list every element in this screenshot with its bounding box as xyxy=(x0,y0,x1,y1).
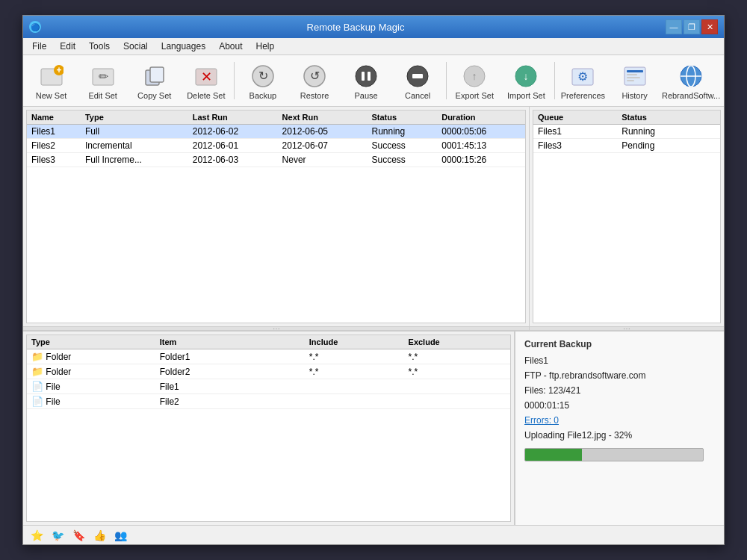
file-include: *.* xyxy=(305,349,404,364)
rebrand-button[interactable]: RebrandSoftw... xyxy=(661,58,721,103)
backup-table-row[interactable]: Files2 Incremental 2012-06-01 2012-06-07… xyxy=(27,139,525,153)
backup-button[interactable]: ↻ Backup xyxy=(238,58,288,103)
file-item: Folder2 xyxy=(155,364,305,379)
svg-rect-14 xyxy=(362,72,365,81)
backup-status: Success xyxy=(368,139,438,153)
menu-languages[interactable]: Languages xyxy=(155,40,211,53)
copy-set-icon xyxy=(141,63,168,90)
backup-table-container[interactable]: Name Type Last Run Next Run Status Durat… xyxy=(26,110,526,323)
progress-bar-background xyxy=(524,448,704,461)
queue-status: Pending xyxy=(617,139,720,153)
menu-tools[interactable]: Tools xyxy=(83,40,116,53)
col-include: Include xyxy=(305,335,404,349)
current-backup-pane: Current Backup Files1 FTP - ftp.rebrands… xyxy=(515,332,724,525)
history-label: History xyxy=(622,91,647,100)
cancel-button[interactable]: Cancel xyxy=(393,58,443,103)
menu-file[interactable]: File xyxy=(26,40,52,53)
col-lastrun: Last Run xyxy=(188,111,278,125)
files-table-row[interactable]: 📄 File File1 xyxy=(27,379,510,394)
backup-type: Full xyxy=(81,125,188,139)
restore-button[interactable]: ↺ Restore xyxy=(289,58,339,103)
preferences-button[interactable]: ⚙ Preferences xyxy=(558,58,608,103)
backup-list-pane: Name Type Last Run Next Run Status Durat… xyxy=(23,107,530,331)
minimize-button[interactable]: — xyxy=(666,19,682,34)
col-nextrun: Next Run xyxy=(278,111,368,125)
menu-social[interactable]: Social xyxy=(117,40,154,53)
file-include: *.* xyxy=(305,364,404,379)
edit-set-button[interactable]: ✏ Edit Set xyxy=(78,58,128,103)
files-table-row[interactable]: 📄 File File2 xyxy=(27,394,510,409)
import-set-icon: ↓ xyxy=(512,63,539,90)
delete-set-icon: ✕ xyxy=(193,63,220,90)
menu-help[interactable]: Help xyxy=(249,40,280,53)
main-area: Name Type Last Run Next Run Status Durat… xyxy=(23,107,724,525)
backup-duration: 0000:15:26 xyxy=(437,153,525,167)
pause-button[interactable]: Pause xyxy=(341,58,391,103)
cancel-label: Cancel xyxy=(405,91,430,100)
social-icon-group[interactable]: 👥 xyxy=(113,528,128,543)
backup-lastrun: 2012-06-03 xyxy=(188,153,278,167)
col-exclude: Exclude xyxy=(404,335,510,349)
svg-rect-6 xyxy=(150,67,164,82)
backup-duration: 0001:45:13 xyxy=(437,139,525,153)
backup-type: Incremental xyxy=(81,139,188,153)
app-icon: 🔵 xyxy=(29,21,41,33)
file-exclude xyxy=(404,379,510,394)
export-set-button[interactable]: ↑ Export Set xyxy=(450,58,500,103)
toolbar-sep-2 xyxy=(446,62,447,99)
menu-edit[interactable]: Edit xyxy=(54,40,81,53)
files-table-row[interactable]: 📁 Folder Folder1 *.* *.* xyxy=(27,349,510,364)
current-backup-errors[interactable]: Errors: 0 xyxy=(524,415,715,426)
current-backup-title: Current Backup xyxy=(524,339,715,349)
copy-set-button[interactable]: Copy Set xyxy=(129,58,179,103)
file-type: 📁 Folder xyxy=(27,349,155,364)
file-type: 📁 Folder xyxy=(27,364,155,379)
title-bar: 🔵 Remote Backup Magic — ❐ ✕ xyxy=(23,16,724,38)
delete-set-button[interactable]: ✕ Delete Set xyxy=(181,58,231,103)
queue-table-row[interactable]: Files1 Running xyxy=(533,125,720,139)
toolbar-sep-3 xyxy=(554,62,555,99)
backup-type: Full Increme... xyxy=(81,153,188,167)
social-icon-star[interactable]: ⭐ xyxy=(29,528,44,543)
import-set-button[interactable]: ↓ Import Set xyxy=(501,58,551,103)
current-backup-ftp: FTP - ftp.rebrandsoftware.com xyxy=(524,370,715,381)
col-file-item: Item xyxy=(155,335,305,349)
history-icon xyxy=(622,63,648,90)
backup-duration: 0000:05:06 xyxy=(437,125,525,139)
files-table-container[interactable]: Type Item Include Exclude 📁 Folder Folde… xyxy=(26,335,511,522)
bottom-panes: Type Item Include Exclude 📁 Folder Folde… xyxy=(23,331,724,525)
col-file-type: Type xyxy=(27,335,155,349)
copy-set-label: Copy Set xyxy=(137,91,171,100)
col-name: Name xyxy=(27,111,81,125)
svg-text:↑: ↑ xyxy=(472,70,477,82)
delete-set-label: Delete Set xyxy=(187,91,225,100)
file-icon: 📄 xyxy=(31,396,43,407)
new-set-button[interactable]: + New Set xyxy=(26,58,76,103)
file-type: 📄 File xyxy=(27,379,155,394)
svg-text:✏: ✏ xyxy=(98,70,108,83)
social-icon-share[interactable]: 🔖 xyxy=(71,528,86,543)
maximize-button[interactable]: ❐ xyxy=(684,19,700,34)
file-icon: 📄 xyxy=(31,381,43,392)
backup-table-row[interactable]: Files3 Full Increme... 2012-06-03 Never … xyxy=(27,153,525,167)
pause-label: Pause xyxy=(354,91,377,100)
social-icon-twitter[interactable]: 🐦 xyxy=(50,528,65,543)
backup-nextrun: 2012-06-05 xyxy=(278,125,368,139)
menu-about[interactable]: About xyxy=(213,40,248,53)
file-item: File1 xyxy=(155,379,305,394)
backup-table-row[interactable]: Files1 Full 2012-06-02 2012-06-05 Runnin… xyxy=(27,125,525,139)
history-button[interactable]: History xyxy=(610,58,660,103)
queue-name: Files1 xyxy=(533,125,617,139)
status-bar: ⭐ 🐦 🔖 👍 👥 xyxy=(23,525,724,544)
social-icon-like[interactable]: 👍 xyxy=(92,528,107,543)
svg-rect-27 xyxy=(627,77,640,78)
new-set-icon: + xyxy=(38,63,65,90)
queue-table-container[interactable]: Queue Status Files1 Running Files3 Pendi… xyxy=(533,110,721,323)
close-button[interactable]: ✕ xyxy=(701,19,718,34)
folder-icon: 📁 xyxy=(31,351,43,362)
svg-text:↺: ↺ xyxy=(310,69,320,82)
backup-name: Files3 xyxy=(27,153,81,167)
col-duration: Duration xyxy=(437,111,525,125)
queue-table-row[interactable]: Files3 Pending xyxy=(533,139,720,153)
files-table-row[interactable]: 📁 Folder Folder2 *.* *.* xyxy=(27,364,510,379)
